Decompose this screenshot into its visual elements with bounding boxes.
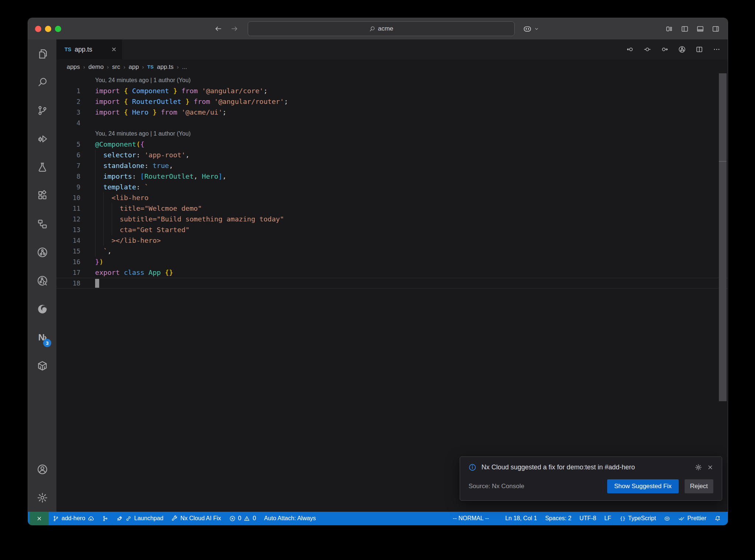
code-line-15[interactable]: 15 `, — [56, 246, 728, 256]
status-launchpad[interactable]: Launchpad — [112, 512, 167, 525]
status-bar-right: -- NORMAL --Ln 18, Col 1Spaces: 2UTF-8LF… — [449, 512, 728, 525]
code-line-10[interactable]: 10 <lib-hero — [56, 192, 728, 203]
breadcrumb-symbol-tail[interactable]: ... — [182, 63, 187, 70]
activity-settings[interactable] — [28, 483, 56, 512]
label: Ln 18, Col 1 — [505, 515, 537, 522]
status-auto-attach[interactable]: Auto Attach: Always — [260, 512, 320, 525]
status-nx-cloud-ai-fix[interactable]: Nx Cloud AI Fix — [167, 512, 225, 525]
blame-annotation: You, 24 minutes ago | 1 author (You) — [56, 128, 728, 139]
status-notifications[interactable] — [710, 512, 725, 525]
code-editor[interactable]: You, 24 minutes ago | 1 author (You)1imp… — [56, 74, 728, 512]
code-line-9[interactable]: 9 template: ` — [56, 182, 728, 192]
breadcrumb-item-file[interactable]: app.ts — [157, 63, 174, 70]
next-change-icon[interactable] — [661, 46, 668, 53]
breadcrumb-item-demo[interactable]: demo — [88, 63, 104, 70]
code-line-4[interactable]: 4 — [56, 118, 728, 128]
status-indentation[interactable]: Spaces: 2 — [541, 512, 575, 525]
line-number: 7 — [56, 162, 80, 169]
code-line-12[interactable]: 12 subtitle="Build something amazing tod… — [56, 214, 728, 224]
minimize-window-button[interactable] — [45, 26, 51, 32]
line-number: 14 — [56, 237, 80, 244]
line-number: 8 — [56, 173, 80, 180]
breadcrumb-item-src[interactable]: src — [112, 63, 120, 70]
nx-run-target-icon[interactable] — [678, 46, 686, 53]
tab-label: app.ts — [75, 46, 93, 53]
toggle-panel-button-icon[interactable] — [696, 25, 704, 33]
status-git-branch[interactable]: add-hero — [49, 512, 98, 525]
status-remote-indicator[interactable] — [29, 512, 49, 525]
close-tab-icon[interactable] — [111, 46, 117, 52]
label: Launchpad — [134, 515, 163, 522]
code-line-2[interactable]: 2import { RouterOutlet } from '@angular/… — [56, 96, 728, 107]
code-line-5[interactable]: 5@Component({ — [56, 139, 728, 150]
code-line-14[interactable]: 14 ></lib-hero> — [56, 235, 728, 246]
activity-edge-browser[interactable] — [28, 295, 56, 323]
close-window-button[interactable] — [35, 26, 41, 32]
activity-run-and-debug[interactable] — [28, 125, 56, 153]
navigate-back-icon[interactable] — [214, 25, 222, 33]
line-number: 3 — [56, 109, 80, 116]
activity-testing[interactable] — [28, 153, 56, 181]
code-line-17[interactable]: 17export class App {} — [56, 267, 728, 278]
status-eol[interactable]: LF — [600, 512, 615, 525]
tab-app-ts[interactable]: TS app.ts — [56, 39, 122, 59]
activity-nx-graph-search[interactable] — [28, 266, 56, 295]
indent-guide — [95, 192, 95, 203]
code-line-1[interactable]: 1import { Component } from '@angular/cor… — [56, 85, 728, 96]
breadcrumb-item-app[interactable]: app — [129, 63, 139, 70]
code-line-7[interactable]: 7 standalone: true, — [56, 160, 728, 171]
code-line-3[interactable]: 3import { Hero } from '@acme/ui'; — [56, 107, 728, 118]
remote-icon — [36, 515, 42, 522]
code-line-11[interactable]: 11 title="Welcmoe demo" — [56, 203, 728, 214]
zoom-window-button[interactable] — [55, 26, 61, 32]
command-center-search[interactable]: acme — [248, 21, 515, 36]
indent-guide — [103, 214, 104, 224]
code-line-16[interactable]: 16}) — [56, 256, 728, 267]
warning-icon — [244, 515, 250, 522]
status-copilot-status[interactable] — [660, 512, 674, 525]
activity-source-control[interactable] — [28, 96, 56, 125]
accounts-icon — [37, 464, 48, 475]
vscode-window: acme N›3 TS app.ts apps›demo›src›app›TSa… — [28, 18, 728, 525]
label: Prettier — [687, 515, 706, 522]
customize-layout-button-icon[interactable] — [665, 25, 673, 33]
split-editor-icon[interactable] — [696, 46, 703, 53]
activity-search[interactable] — [28, 68, 56, 96]
notification-settings-icon[interactable] — [695, 464, 702, 471]
copilot-menu[interactable] — [523, 18, 539, 39]
activity-containers[interactable] — [28, 351, 56, 380]
activity-bar: N›3 — [28, 39, 56, 512]
activity-nx-console[interactable]: N›3 — [28, 323, 56, 351]
code-line-8[interactable]: 8 imports: [RouterOutlet, Hero], — [56, 171, 728, 182]
scrollbar[interactable] — [719, 73, 727, 401]
status-git-graph[interactable] — [98, 512, 112, 525]
status-encoding[interactable]: UTF-8 — [575, 512, 600, 525]
activity-nx-projects[interactable] — [28, 238, 56, 266]
code-line-18[interactable]: 18 — [56, 278, 728, 288]
change-indicator-icon[interactable] — [644, 46, 651, 53]
editor-group: TS app.ts apps›demo›src›app›TSapp.ts›...… — [56, 39, 728, 512]
status-problems[interactable]: 00 — [225, 512, 260, 525]
line-number: 1 — [56, 87, 80, 95]
reject-button[interactable]: Reject — [685, 479, 713, 493]
breadcrumb-item-apps[interactable]: apps — [67, 63, 80, 70]
more-actions-icon[interactable] — [713, 46, 720, 53]
activity-extensions[interactable] — [28, 181, 56, 210]
close-notification-icon[interactable] — [707, 464, 713, 470]
activity-explorer[interactable] — [28, 39, 56, 68]
code-line-6[interactable]: 6 selector: 'app-root', — [56, 150, 728, 160]
status-formatter[interactable]: Prettier — [674, 512, 710, 525]
show-suggested-fix-button[interactable]: Show Suggested Fix — [607, 479, 679, 493]
previous-change-icon[interactable] — [626, 46, 634, 53]
activity-project-structure[interactable] — [28, 210, 56, 238]
status-cursor-position[interactable]: Ln 18, Col 1 — [501, 512, 541, 525]
navigate-forward-icon[interactable] — [230, 25, 239, 33]
toggle-secondary-sidebar-button-icon[interactable] — [712, 25, 720, 33]
toggle-primary-sidebar-button-icon[interactable] — [681, 25, 689, 33]
code-line-13[interactable]: 13 cta="Get Started" — [56, 224, 728, 235]
toast-title: Nx Cloud suggested a fix for demo:test i… — [481, 463, 635, 471]
activity-accounts[interactable] — [28, 455, 56, 483]
titlebar: acme — [28, 18, 728, 39]
status-vim-mode[interactable]: -- NORMAL -- — [449, 512, 493, 525]
status-language-mode[interactable]: {}TypeScript — [615, 512, 660, 525]
